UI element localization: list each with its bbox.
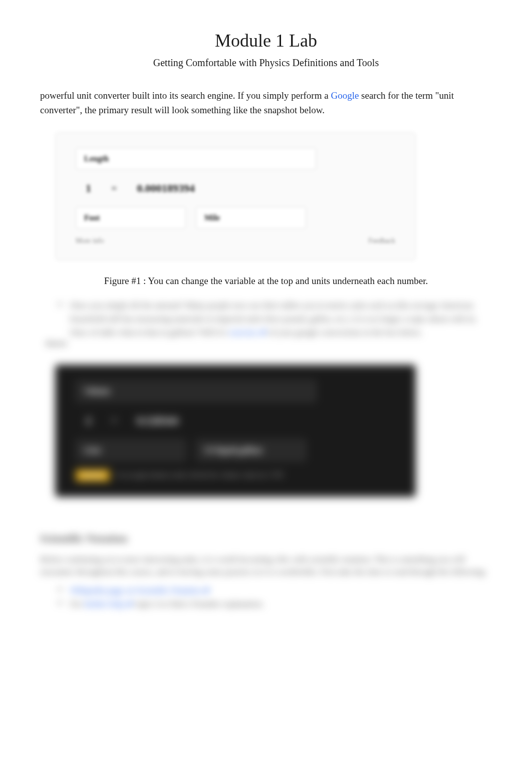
wikipedia-bullet: Wikipedia page on Scientific Notation ⬈ [70, 584, 492, 597]
feedback-link[interactable]: Feedback [368, 237, 395, 245]
left-value[interactable]: 1 [76, 178, 101, 199]
exercise-link[interactable]: exercise ⬈ [229, 328, 267, 337]
figure-1-caption-text: : You can change the variable at the top… [143, 276, 428, 286]
right-value: 0.000189394 [127, 178, 205, 199]
exercise-bullet: Once you simply tilt the amount? Many pe… [70, 299, 492, 340]
page-title: Module 1 Lab [40, 30, 492, 51]
left-unit-select[interactable]: Foot [76, 207, 186, 229]
figure-1-label: Figure #1 [104, 276, 141, 286]
more-info-link[interactable]: More info [76, 237, 104, 245]
dark-right-unit-select[interactable]: US liquid gallons [196, 439, 306, 461]
blurred-preview-section: Once you simply tilt the amount? Many pe… [40, 299, 492, 611]
unit-converter-dark: Volume 2 = 0.528344 Liter US liquid gall… [55, 365, 416, 497]
intro-text-before: powerful unit converter built into its s… [40, 90, 331, 101]
dark-category-select[interactable]: Volume [76, 380, 316, 402]
figure-1-caption: Figure #1 : You can change the variable … [40, 276, 492, 287]
item2-pre: For [70, 599, 84, 609]
dark-left-unit-select[interactable]: Liter [76, 439, 186, 461]
item2-post: topic it to find a Youtube explanation. [135, 599, 264, 609]
dark-equals-sign: = [111, 415, 117, 426]
further-help-link[interactable]: further help ⬈ [84, 599, 133, 609]
figure-2-container: Volume 2 = 0.528344 Liter US liquid gall… [40, 358, 492, 502]
google-link[interactable]: Google [331, 90, 359, 101]
answer-label: Answer [45, 340, 492, 348]
scientific-notation-header: Scientific Notation [40, 532, 492, 545]
bullet-text-after: of your google conversions in the box be… [269, 328, 422, 337]
page-subtitle: Getting Comfortable with Physics Definit… [40, 57, 492, 69]
rating-badge: ★★★★ [76, 469, 110, 481]
wikipedia-link[interactable]: Wikipedia page on Scientific Notation ⬈ [70, 586, 210, 595]
figure-1-container: Length 1 = 0.000189394 Foot Mile More in… [40, 127, 492, 266]
equals-sign: = [111, 183, 117, 194]
dark-right-value: 0.528344 [127, 410, 188, 431]
intro-paragraph: powerful unit converter built into its s… [40, 89, 492, 117]
further-help-bullet: For further help ⬈ topic it to find a Yo… [70, 597, 492, 611]
approval-text: As an approximate result, divide the vol… [116, 471, 284, 479]
unit-converter-light: Length 1 = 0.000189394 Foot Mile More in… [55, 132, 416, 260]
dark-left-value[interactable]: 2 [76, 410, 101, 431]
category-select[interactable]: Length [76, 148, 316, 170]
right-unit-select[interactable]: Mile [196, 207, 306, 229]
scientific-body: Before continuing on to more interesting… [40, 553, 492, 579]
